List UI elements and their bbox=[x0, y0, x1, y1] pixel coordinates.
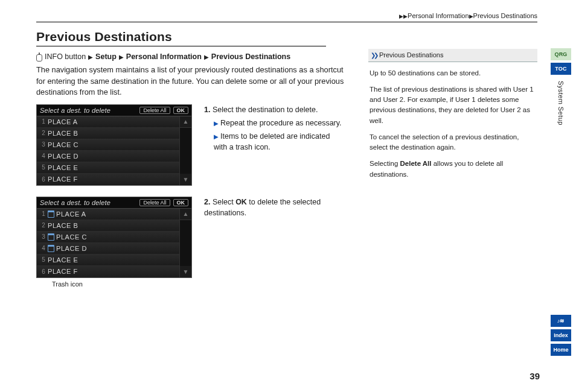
row-index: 1 bbox=[39, 210, 48, 217]
row-index: 6 bbox=[39, 176, 48, 183]
sidebar-p1: Up to 50 destinations can be stored. bbox=[370, 68, 536, 78]
device-list-row: 6PLACE F bbox=[37, 266, 179, 277]
row-name: PLACE E bbox=[48, 256, 78, 264]
row-name: PLACE B bbox=[48, 130, 78, 137]
step1-sub-a: Repeat the procedure as necessary. bbox=[220, 119, 342, 127]
device-list-row: 1PLACE A bbox=[37, 209, 179, 220]
page-title: Previous Destinations bbox=[36, 30, 326, 46]
row-name: PLACE C bbox=[56, 233, 87, 241]
row-index: 4 bbox=[39, 245, 48, 251]
sidebar-p4: Selecting Delete All allows you to delet… bbox=[370, 159, 536, 180]
dev2-scrollbar: ▲▼ bbox=[179, 209, 191, 277]
crumb-previous-dest: Previous Destinations bbox=[211, 52, 290, 61]
page-number: 39 bbox=[530, 371, 540, 381]
tab-home[interactable]: Home bbox=[551, 344, 571, 356]
dev1-ok: OK bbox=[173, 107, 189, 114]
dev1-scrollbar: ▲▼ bbox=[179, 116, 191, 185]
device-list-row: 1PLACE A bbox=[37, 116, 179, 128]
row-index: 6 bbox=[39, 268, 48, 275]
screenshot-1: Select a dest. to delete Delete All OK 1… bbox=[36, 104, 192, 186]
row-name: PLACE F bbox=[48, 268, 78, 275]
row-name: PLACE F bbox=[48, 175, 78, 183]
intro-text: The navigation system maintains a list o… bbox=[36, 65, 350, 98]
row-index: 3 bbox=[39, 233, 48, 240]
row-index: 2 bbox=[39, 222, 48, 229]
dev2-ok: OK bbox=[173, 199, 189, 206]
chevron-icon: ❯❯ bbox=[371, 51, 377, 60]
dev1-title: Select a dest. to delete bbox=[40, 107, 136, 114]
device-list-row: 2PLACE B bbox=[37, 128, 179, 139]
sidebar-heading-text: Previous Destinations bbox=[379, 50, 443, 60]
row-name: PLACE C bbox=[48, 141, 78, 148]
tab-toc[interactable]: TOC bbox=[551, 63, 571, 75]
row-name: PLACE E bbox=[48, 164, 78, 171]
row-name: PLACE D bbox=[48, 153, 78, 160]
row-name: PLACE A bbox=[48, 118, 78, 125]
row-index: 5 bbox=[39, 164, 48, 171]
joystick-icon bbox=[36, 54, 42, 62]
device-list-row: 5PLACE E bbox=[37, 162, 179, 174]
sidebar-p2: The list of previous destinations is sha… bbox=[370, 84, 536, 126]
breadcrumb-top: ▶▶Personal Information▶Previous Destinat… bbox=[36, 12, 537, 22]
dev2-delete-all: Delete All bbox=[139, 199, 170, 206]
step1-sub-b: Items to be deleted are indicated with a… bbox=[214, 132, 330, 151]
row-index: 4 bbox=[39, 153, 48, 159]
device-list-row: 6PLACE F bbox=[37, 174, 179, 185]
device-list-row: 3PLACE C bbox=[37, 139, 179, 151]
device-list-row: 4PLACE D bbox=[37, 151, 179, 162]
breadcrumb-a: Personal Information bbox=[408, 12, 469, 19]
sidebar-p3: To cancel the selection of a previous de… bbox=[370, 132, 536, 153]
nav-path: INFO button ▶ Setup ▶ Personal Informati… bbox=[36, 52, 350, 61]
step2-text-a: Select bbox=[213, 198, 235, 206]
device-list-row: 4PLACE D bbox=[37, 243, 179, 254]
dev2-title: Select a dest. to delete bbox=[40, 199, 136, 206]
device-list-row: 3PLACE C bbox=[37, 232, 179, 243]
crumb-setup: Setup bbox=[95, 52, 117, 61]
step1-text: Select the destination to delete. bbox=[213, 106, 318, 114]
row-index: 1 bbox=[39, 118, 48, 125]
tab-index[interactable]: Index bbox=[551, 329, 571, 341]
row-name: PLACE D bbox=[56, 245, 87, 252]
row-name: PLACE A bbox=[56, 210, 86, 218]
row-name: PLACE B bbox=[48, 222, 78, 229]
screenshot-2: Select a dest. to delete Delete All OK 1… bbox=[36, 197, 192, 278]
trash-icon-label: Trash icon bbox=[52, 280, 192, 288]
breadcrumb-b: Previous Destinations bbox=[473, 12, 537, 19]
crumb-personal-info: Personal Information bbox=[126, 52, 202, 61]
row-index: 3 bbox=[39, 141, 48, 148]
row-index: 5 bbox=[39, 256, 48, 263]
tab-qrg[interactable]: QRG bbox=[551, 48, 571, 60]
device-list-row: 5PLACE E bbox=[37, 254, 179, 266]
tab-voice[interactable]: ♪≋ bbox=[551, 315, 571, 327]
crumb-info: INFO button bbox=[45, 52, 86, 61]
row-index: 2 bbox=[39, 130, 48, 136]
step2-ok: OK bbox=[235, 198, 247, 206]
device-list-row: 2PLACE B bbox=[37, 220, 179, 232]
sidebar-heading: ❯❯ Previous Destinations bbox=[368, 49, 537, 62]
trash-icon bbox=[48, 245, 54, 252]
trash-icon bbox=[48, 233, 54, 241]
dev1-delete-all: Delete All bbox=[139, 107, 170, 114]
trash-icon bbox=[48, 210, 54, 218]
section-label: System Setup bbox=[557, 81, 565, 125]
